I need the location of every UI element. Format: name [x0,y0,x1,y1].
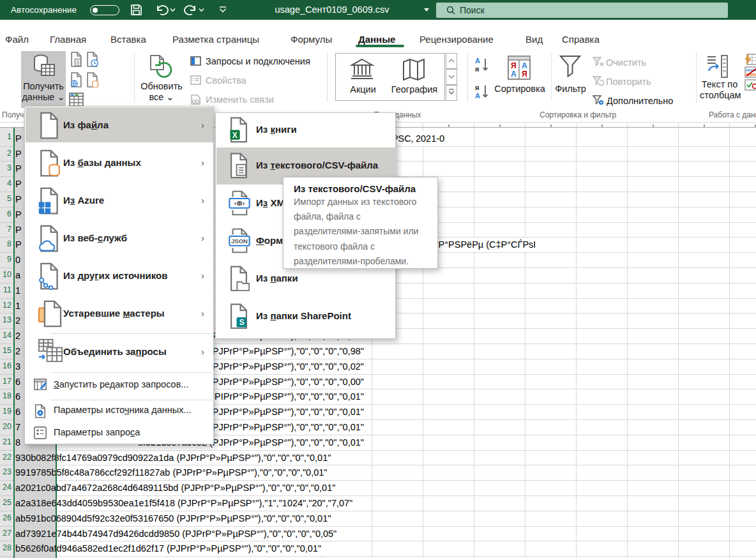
text-to-columns-icon[interactable] [706,54,732,79]
from-web-icon[interactable] [69,72,84,90]
advanced-filter-icon[interactable] [593,95,605,106]
menu-item-0[interactable]: Из файла› [25,109,213,143]
menu-item-2[interactable]: Из Azure› [25,184,213,218]
undo-icon[interactable] [155,3,169,17]
cell-a5[interactable]: P [15,192,22,207]
cell-a12[interactable]: 1 [15,299,20,313]
cell-a16[interactable]: 3 [15,359,20,374]
cell-a2[interactable]: P [15,147,22,162]
row-header-18[interactable]: 18 [0,389,11,404]
search-input[interactable]: Поиск [436,3,728,18]
tab-6[interactable]: Рецензирование [420,31,494,48]
cell-a6[interactable]: P [15,207,22,222]
row-header-21[interactable]: 21 [0,435,11,450]
advanced-filter-button[interactable]: Дополнительно [607,96,673,106]
row-header-22[interactable]: 22 [0,450,11,465]
autosave-toggle[interactable] [90,5,119,15]
gallery-up-button[interactable] [446,53,457,69]
row-header-13[interactable]: 13 [0,313,11,328]
row-header-5[interactable]: 5 [0,192,11,207]
queries-connections-button[interactable]: Запросы и подключения [206,56,310,66]
from-text-csv-small-icon[interactable] [69,52,84,70]
row-header-26[interactable]: 26 [0,511,11,526]
tab-4[interactable]: Формулы [291,31,332,48]
flash-fill-icon[interactable] [745,54,756,65]
row-header-9[interactable]: 9 [0,252,11,268]
row-22-text[interactable]: 930b082f8fc14769a0979cd90922a1da (PJPrP°… [57,451,368,465]
refresh-all-label-1[interactable]: Обновить [139,81,184,91]
cell-a13[interactable]: 2 [15,313,20,328]
row-26-text[interactable]: ab591bc068904d5f92c32e0f53167650 (PJPrP°… [57,511,368,526]
menu-item-3[interactable]: Из веб-служб› [25,222,213,256]
stocks-icon[interactable] [350,58,374,81]
row-header-6[interactable]: 6 [0,207,11,222]
cell-a10[interactable]: a [15,268,20,283]
stocks-label[interactable]: Акции [339,84,387,94]
submenu-item-5[interactable]: S Из папки SharePoint [216,298,395,335]
cell-a3[interactable]: P [15,162,22,176]
tab-2[interactable]: Вставка [110,31,146,48]
row-header-11[interactable]: 11 [0,283,11,298]
row-header-28[interactable]: 28 [0,541,11,556]
tab-0[interactable]: Файл [5,31,29,48]
row-headers[interactable]: 1234567891011121314151617181920212223242… [0,128,13,558]
tab-8[interactable]: Справка [562,31,600,48]
cell-a9[interactable]: 0 [15,253,20,268]
sort-button[interactable]: Сортировка [494,84,546,94]
row-header-10[interactable]: 10 [0,268,11,283]
geography-label[interactable]: География [389,84,440,94]
save-icon[interactable] [130,3,143,17]
redo-dropdown-icon[interactable] [199,8,204,12]
gallery-down-button[interactable] [446,69,457,85]
tab-7[interactable]: Вид [525,31,543,48]
row-header-7[interactable]: 7 [0,222,11,238]
refresh-all-label-2[interactable]: все ⌄ [139,92,184,102]
sort-descending-icon[interactable]: яА [474,83,490,101]
cell-a20[interactable]: 7 [15,420,20,435]
row-24-text[interactable]: a2021c0abd7a4672a268c4d6489115bd (PJPrP°… [57,481,368,495]
get-data-button[interactable]: Получить данные ⌄ [21,51,66,108]
queries-connections-icon[interactable] [190,56,201,66]
cell-a15[interactable]: 2 [15,344,20,359]
row-23-text[interactable]: 9919785b5f8c48a786ccf292f11827ab (PJPrP°… [57,465,368,480]
tab-1[interactable]: Главная [50,31,86,48]
filename-dropdown-icon[interactable] [424,8,429,11]
cell-a21[interactable]: 8 [15,435,20,450]
refresh-all-icon[interactable] [148,53,175,80]
sort-dialog-icon[interactable]: ЯААЯ [506,55,532,80]
row-header-2[interactable]: 2 [0,146,11,162]
row-header-16[interactable]: 16 [0,359,11,374]
row-header-24[interactable]: 24 [0,480,11,495]
cell-a11[interactable]: 1 [15,283,20,298]
redo-icon[interactable] [184,3,198,17]
cell-a7[interactable]: P [15,223,22,238]
menu-item-1[interactable]: Из базы данных› [25,146,213,181]
row-28-text[interactable]: b5626f0afd946a582ed1ec2f1d62f17 (PJPrP°P… [57,541,368,556]
gallery-more-button[interactable] [446,85,457,101]
cell-a18[interactable]: 6 [15,389,20,404]
data-validation-icon[interactable] [745,79,756,91]
cell-a14[interactable]: 2 [15,329,20,343]
row-header-19[interactable]: 19 [0,404,11,419]
row-header-23[interactable]: 23 [0,465,11,480]
geography-icon[interactable] [402,58,426,81]
row-27-text[interactable]: ad73921e74b44b74947d9426dcdd9850 (PJPrP°… [57,527,368,541]
tab-3[interactable]: Разметка страницы [172,31,259,48]
row-header-8[interactable]: 8 [0,237,11,252]
row-header-3[interactable]: 3 [0,161,11,176]
row-header-27[interactable]: 27 [0,526,11,541]
filter-button[interactable]: Фильтр [553,84,588,94]
row-header-17[interactable]: 17 [0,374,11,389]
menu-item-6[interactable]: Объединить запросы› [25,335,213,370]
cell-a4[interactable]: P [15,177,22,192]
row-25-text[interactable]: a2a318e643dd4059b9530ea1e1f5f418 (PJPrP°… [57,496,368,511]
row-header-4[interactable]: 4 [0,176,11,192]
text-to-columns-label-2[interactable]: столбцам [700,90,739,100]
row-header-20[interactable]: 20 [0,419,11,435]
cell-a17[interactable]: 6 [15,375,20,389]
cell-a8[interactable]: P [15,238,22,252]
menu-item-5[interactable]: Устаревшие мастеры› [25,297,213,331]
sort-ascending-icon[interactable]: Ая [474,56,490,74]
remove-duplicates-icon[interactable] [745,66,756,78]
row-header-15[interactable]: 15 [0,343,11,359]
